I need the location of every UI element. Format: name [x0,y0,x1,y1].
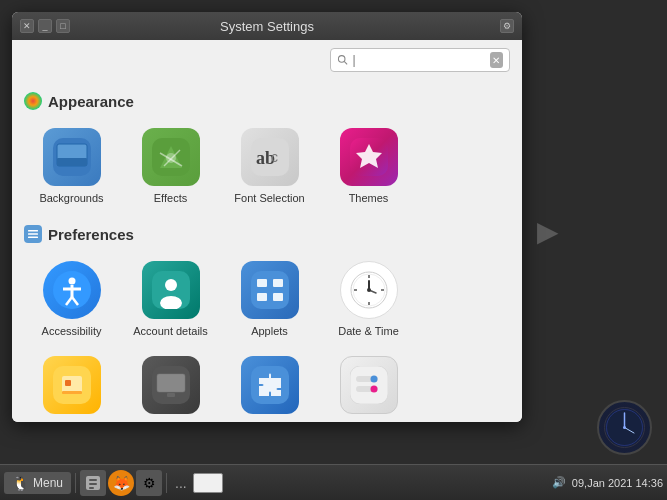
clock-widget-svg [602,405,647,450]
applets-icon-svg [251,271,289,309]
font-selection-label: Font Selection [234,192,304,205]
backgrounds-icon [43,128,101,186]
date-time-icon [340,261,398,319]
maximize-button[interactable]: □ [56,19,70,33]
search-icon [337,53,349,67]
extensions-icon-svg [251,366,289,404]
svg-point-52 [370,376,377,383]
font-selection-icon-svg: ab c [251,138,289,176]
extensions-icon [241,356,299,414]
svg-rect-62 [89,483,97,485]
account-details-icon-svg [152,271,190,309]
desktop-label: Desktop [150,420,190,422]
window-title: System Settings [220,19,314,34]
backgrounds-icon-svg [53,138,91,176]
taskbar-firefox-icon[interactable]: 🦊 [108,470,134,496]
svg-rect-29 [257,293,267,301]
general-item[interactable]: General [321,348,416,422]
applets-icon [241,261,299,319]
taskbar-window-thumb[interactable] [193,473,223,493]
applets-item[interactable]: Applets [222,253,317,344]
svg-rect-61 [89,479,97,481]
scroll-right-arrow: ▶ [537,215,559,248]
search-bar: ✕ [12,40,522,80]
titlebar: ✕ _ □ System Settings ⚙ [12,12,522,40]
svg-point-54 [370,386,377,393]
accessibility-label: Accessibility [42,325,102,338]
svg-rect-26 [251,271,289,309]
taskbar-settings-icon[interactable]: ⚙ [136,470,162,496]
extensions-label: Extensions [243,420,297,422]
preferences-grid: Accessibility Account details [24,253,510,422]
backgrounds-label: Backgrounds [39,192,103,205]
taskbar-right: 🔊 09,Jan 2021 14:36 [552,476,663,489]
svg-rect-50 [350,366,388,404]
preferences-section-header: Preferences [24,225,510,243]
accessibility-icon-svg [53,271,91,309]
search-clear-button[interactable]: ✕ [490,52,503,68]
general-label: General [349,420,388,422]
svg-point-59 [623,426,626,429]
appearance-section-icon [24,92,42,110]
general-icon-svg [350,366,388,404]
settings-button[interactable]: ⚙ [500,19,514,33]
font-selection-item[interactable]: ab c Font Selection [222,120,317,211]
desktop: ✕ _ □ System Settings ⚙ ✕ [0,0,667,500]
svg-rect-5 [57,158,87,166]
svg-rect-14 [28,230,38,232]
svg-rect-16 [28,237,38,239]
effects-icon [142,128,200,186]
accessibility-item[interactable]: Accessibility [24,253,119,344]
svg-rect-47 [167,393,175,397]
titlebar-controls: ✕ _ □ [20,19,70,33]
date-time-item[interactable]: Date & Time [321,253,416,344]
clock-widget [597,400,652,455]
svg-rect-42 [65,380,71,386]
svg-rect-45 [157,374,185,392]
minimize-button[interactable]: _ [38,19,52,33]
svg-text:c: c [271,149,278,165]
desklets-icon-svg [53,366,91,404]
accessibility-icon [43,261,101,319]
desklets-label: Desklets [50,420,92,422]
taskbar-dots[interactable]: ... [171,475,191,491]
taskbar-volume-icon[interactable]: 🔊 [552,476,566,489]
desktop-item[interactable]: Desktop [123,348,218,422]
taskbar-datetime: 09,Jan 2021 14:36 [572,477,663,489]
themes-item[interactable]: Themes [321,120,416,211]
date-time-label: Date & Time [338,325,399,338]
svg-point-18 [68,278,75,285]
svg-point-24 [165,279,177,291]
close-button[interactable]: ✕ [20,19,34,33]
general-icon [340,356,398,414]
svg-rect-43 [62,391,82,394]
taskbar-separator-2 [166,473,167,493]
taskbar-separator-1 [75,473,76,493]
backgrounds-item[interactable]: Backgrounds [24,120,119,211]
extensions-item[interactable]: Extensions [222,348,317,422]
svg-rect-63 [89,487,94,489]
search-input[interactable] [353,53,490,67]
desklets-icon [43,356,101,414]
effects-item[interactable]: Effects [123,120,218,211]
taskbar: 🐧 Menu 🦊 ⚙ ... 🔊 09,Jan 2021 1 [0,464,667,500]
taskbar-menu-label: Menu [33,476,63,490]
preferences-section-icon [24,225,42,243]
svg-line-1 [344,61,347,64]
search-wrapper: ✕ [330,48,510,72]
effects-icon-svg [152,138,190,176]
account-details-icon [142,261,200,319]
titlebar-right: ⚙ [500,19,514,33]
account-details-item[interactable]: Account details [123,253,218,344]
svg-rect-27 [257,279,267,287]
appearance-section-header: Appearance [24,92,510,110]
taskbar-files-icon[interactable] [80,470,106,496]
effects-label: Effects [154,192,187,205]
font-selection-icon: ab c [241,128,299,186]
taskbar-menu-button[interactable]: 🐧 Menu [4,472,71,494]
date-time-icon-svg [350,271,388,309]
svg-rect-48 [163,397,179,399]
applets-label: Applets [251,325,288,338]
settings-content: Appearance Backgrounds [12,80,522,422]
desklets-item[interactable]: Desklets [24,348,119,422]
